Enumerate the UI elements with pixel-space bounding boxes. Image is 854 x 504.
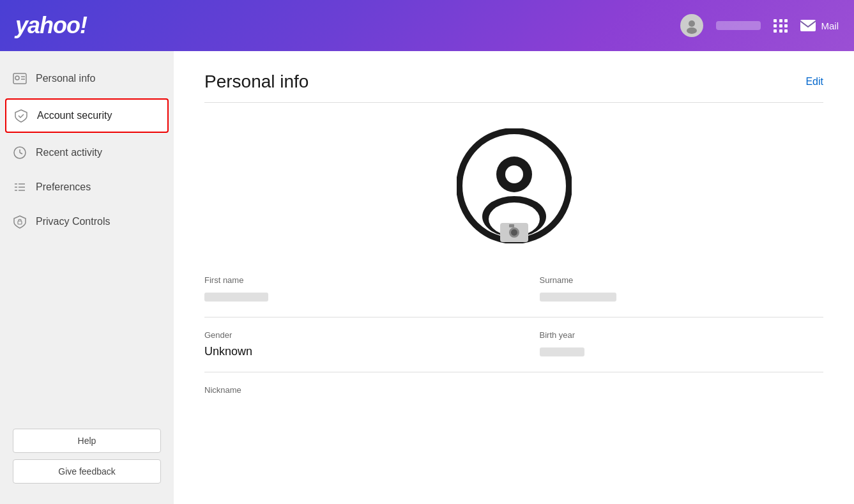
birth-year-blurred [540,347,584,356]
give-feedback-button[interactable]: Give feedback [13,459,161,484]
svg-rect-3 [800,20,816,31]
sidebar-item-label: Privacy Controls [36,216,110,227]
svg-point-1 [689,20,695,27]
field-label: Birth year [540,330,824,340]
field-first-name: First name [204,263,514,317]
field-value: Unknown [204,345,489,358]
sidebar-item-preferences[interactable]: Preferences [0,170,174,204]
header-avatar-icon[interactable] [680,14,703,37]
help-button[interactable]: Help [13,429,161,453]
svg-rect-17 [18,221,22,224]
yahoo-logo: yahoo! [15,12,87,39]
surname-blurred [540,293,616,302]
field-label: Gender [204,330,489,340]
header-username [716,21,761,30]
field-surname: Surname [514,263,824,317]
sidebar-item-privacy-controls[interactable]: Privacy Controls [0,204,174,239]
sidebar-bottom: Help Give feedback [0,418,174,494]
field-nickname: Nickname [204,372,514,413]
sidebar-item-label: Personal info [36,73,95,84]
svg-rect-26 [509,224,514,227]
main-header: Personal info Edit [204,72,823,92]
svg-point-2 [687,27,697,34]
sidebar-item-recent-activity[interactable]: Recent activity [0,135,174,170]
avatar-section [204,103,823,263]
svg-point-20 [505,165,523,183]
field-label: Surname [540,275,824,285]
first-name-blurred [204,293,268,302]
apps-grid-icon[interactable] [774,19,788,33]
clock-icon [13,146,27,160]
sidebar-item-personal-info[interactable]: Personal info [0,61,174,96]
svg-line-10 [20,153,22,154]
sidebar-item-label: Account security [37,110,112,121]
header-right: Mail [680,14,839,37]
edit-link[interactable]: Edit [805,76,823,88]
field-gender: Gender Unknown [204,317,514,372]
mail-button[interactable]: Mail [800,20,839,31]
field-birth-year: Birth year [514,317,824,372]
sidebar-item-label: Recent activity [36,147,102,158]
layout: Personal info Account security [0,51,854,504]
field-label: First name [204,275,489,285]
shield-icon [14,109,28,123]
sidebar-item-label: Preferences [36,181,91,193]
shield-lock-icon [13,215,27,229]
profile-avatar[interactable] [457,128,572,243]
header: yahoo! [0,0,854,51]
field-value [204,290,489,304]
field-value [540,290,824,304]
fields-grid: First name Surname Gender Unknown Birth … [204,263,823,413]
field-value [540,345,824,359]
svg-point-5 [15,76,19,80]
mail-label: Mail [821,20,839,31]
sidebar-item-account-security[interactable]: Account security [5,98,169,133]
id-card-icon [13,72,27,86]
sidebar-nav: Personal info Account security [0,61,174,418]
sidebar: Personal info Account security [0,51,174,504]
page-title: Personal info [204,72,309,92]
main-content: Personal info Edit [174,51,854,504]
list-icon [13,180,27,194]
field-label: Nickname [204,385,489,395]
svg-point-25 [511,229,517,236]
